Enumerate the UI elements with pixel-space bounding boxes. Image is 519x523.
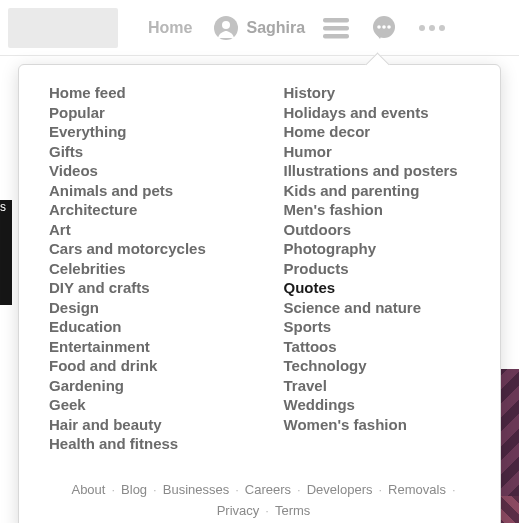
separator: ·	[265, 503, 269, 518]
more-icon[interactable]	[419, 15, 445, 41]
category-item[interactable]: Health and fitness	[49, 434, 244, 454]
category-item[interactable]: Products	[284, 259, 479, 279]
separator: ·	[378, 482, 382, 497]
category-item[interactable]: Science and nature	[284, 298, 479, 318]
footer-link[interactable]: Removals	[388, 482, 446, 497]
category-item[interactable]: Photography	[284, 239, 479, 259]
footer-links: About·Blog·Businesses·Careers·Developers…	[49, 472, 478, 524]
category-column-2: HistoryHolidays and eventsHome decorHumo…	[284, 83, 479, 454]
category-item[interactable]: Architecture	[49, 200, 244, 220]
category-item[interactable]: Hair and beauty	[49, 415, 244, 435]
footer-link[interactable]: Terms	[275, 503, 310, 518]
category-item[interactable]: Quotes	[284, 278, 479, 298]
category-item[interactable]: Home feed	[49, 83, 244, 103]
category-item[interactable]: Geek	[49, 395, 244, 415]
svg-point-1	[222, 21, 230, 29]
category-item[interactable]: DIY and crafts	[49, 278, 244, 298]
category-item[interactable]: Gifts	[49, 142, 244, 162]
footer-link[interactable]: About	[71, 482, 105, 497]
separator: ·	[297, 482, 301, 497]
separator: ·	[153, 482, 157, 497]
category-item[interactable]: Weddings	[284, 395, 479, 415]
separator: ·	[235, 482, 239, 497]
icon-group	[323, 15, 445, 41]
category-item[interactable]: Education	[49, 317, 244, 337]
category-item[interactable]: Women's fashion	[284, 415, 479, 435]
footer-link[interactable]: Careers	[245, 482, 291, 497]
category-item[interactable]: Celebrities	[49, 259, 244, 279]
category-item[interactable]: History	[284, 83, 479, 103]
logo-placeholder[interactable]	[8, 8, 118, 48]
avatar-icon	[214, 16, 238, 40]
category-item[interactable]: Gardening	[49, 376, 244, 396]
separator: ·	[452, 482, 456, 497]
chat-icon[interactable]	[371, 15, 397, 41]
category-item[interactable]: Men's fashion	[284, 200, 479, 220]
category-item[interactable]: Entertainment	[49, 337, 244, 357]
svg-point-6	[377, 25, 381, 29]
bg-card-left: s	[0, 200, 12, 305]
category-item[interactable]: Kids and parenting	[284, 181, 479, 201]
category-item[interactable]: Design	[49, 298, 244, 318]
category-column-1: Home feedPopularEverythingGiftsVideosAni…	[49, 83, 244, 454]
footer-link[interactable]: Privacy	[217, 503, 260, 518]
home-nav[interactable]: Home	[148, 19, 192, 37]
category-item[interactable]: Illustrations and posters	[284, 161, 479, 181]
svg-rect-3	[323, 26, 349, 31]
category-item[interactable]: Travel	[284, 376, 479, 396]
footer-link[interactable]: Businesses	[163, 482, 229, 497]
svg-rect-4	[323, 34, 349, 39]
svg-point-7	[382, 25, 386, 29]
category-item[interactable]: Home decor	[284, 122, 479, 142]
categories-dropdown: Home feedPopularEverythingGiftsVideosAni…	[18, 64, 501, 523]
svg-rect-2	[323, 18, 349, 23]
category-item[interactable]: Cars and motorcycles	[49, 239, 244, 259]
menu-icon[interactable]	[323, 15, 349, 41]
category-item[interactable]: Art	[49, 220, 244, 240]
category-item[interactable]: Popular	[49, 103, 244, 123]
category-item[interactable]: Videos	[49, 161, 244, 181]
category-item[interactable]: Animals and pets	[49, 181, 244, 201]
user-menu[interactable]: Saghira	[214, 16, 305, 40]
username-label: Saghira	[246, 19, 305, 37]
category-item[interactable]: Food and drink	[49, 356, 244, 376]
category-item[interactable]: Outdoors	[284, 220, 479, 240]
category-item[interactable]: Tattoos	[284, 337, 479, 357]
footer-link[interactable]: Developers	[307, 482, 373, 497]
category-item[interactable]: Humor	[284, 142, 479, 162]
separator: ·	[111, 482, 115, 497]
category-item[interactable]: Holidays and events	[284, 103, 479, 123]
category-item[interactable]: Sports	[284, 317, 479, 337]
svg-point-8	[387, 25, 391, 29]
top-bar: Home Saghira	[0, 0, 519, 56]
category-item[interactable]: Technology	[284, 356, 479, 376]
footer-link[interactable]: Blog	[121, 482, 147, 497]
category-item[interactable]: Everything	[49, 122, 244, 142]
